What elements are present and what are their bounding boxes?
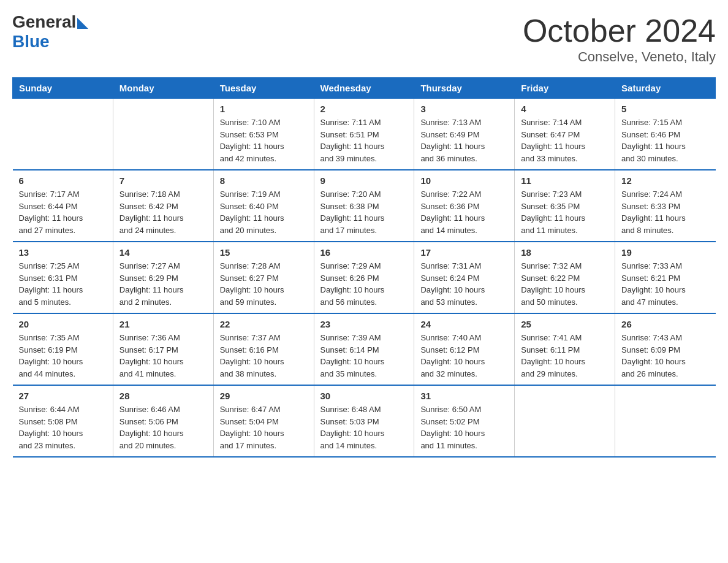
- calendar-cell: 6Sunrise: 7:17 AMSunset: 6:44 PMDaylight…: [13, 170, 113, 242]
- calendar-cell: 21Sunrise: 7:36 AMSunset: 6:17 PMDayligh…: [113, 313, 213, 385]
- calendar-cell: 4Sunrise: 7:14 AMSunset: 6:47 PMDaylight…: [515, 99, 615, 170]
- calendar-cell: 1Sunrise: 7:10 AMSunset: 6:53 PMDaylight…: [213, 99, 314, 170]
- calendar-cell: 18Sunrise: 7:32 AMSunset: 6:22 PMDayligh…: [515, 242, 615, 313]
- day-info: Sunrise: 6:50 AMSunset: 5:02 PMDaylight:…: [420, 404, 508, 451]
- calendar-cell: 9Sunrise: 7:20 AMSunset: 6:38 PMDaylight…: [314, 170, 414, 242]
- day-number: 20: [19, 319, 107, 329]
- calendar-header-saturday: Saturday: [615, 78, 716, 99]
- calendar-cell: [113, 99, 213, 170]
- calendar-cell: 17Sunrise: 7:31 AMSunset: 6:24 PMDayligh…: [414, 242, 515, 313]
- calendar-cell: 8Sunrise: 7:19 AMSunset: 6:40 PMDaylight…: [213, 170, 314, 242]
- day-info: Sunrise: 7:22 AMSunset: 6:36 PMDaylight:…: [420, 188, 508, 236]
- calendar-header-monday: Monday: [113, 78, 213, 99]
- day-number: 9: [320, 175, 408, 186]
- logo-triangle-icon: [77, 18, 88, 29]
- day-number: 24: [420, 319, 508, 329]
- day-number: 4: [521, 104, 609, 114]
- month-title: October 2024: [523, 12, 716, 49]
- calendar-header-tuesday: Tuesday: [213, 78, 314, 99]
- day-info: Sunrise: 7:33 AMSunset: 6:21 PMDaylight:…: [621, 260, 709, 308]
- day-info: Sunrise: 7:13 AMSunset: 6:49 PMDaylight:…: [420, 117, 508, 164]
- day-number: 14: [119, 247, 207, 258]
- day-number: 15: [220, 247, 308, 258]
- calendar-cell: 28Sunrise: 6:46 AMSunset: 5:06 PMDayligh…: [113, 385, 213, 457]
- calendar-cell: 20Sunrise: 7:35 AMSunset: 6:19 PMDayligh…: [13, 313, 113, 385]
- day-number: 25: [521, 319, 609, 329]
- day-info: Sunrise: 7:41 AMSunset: 6:11 PMDaylight:…: [521, 332, 609, 380]
- day-number: 12: [621, 175, 709, 186]
- calendar-header-wednesday: Wednesday: [314, 78, 414, 99]
- day-number: 21: [119, 319, 207, 329]
- day-number: 19: [621, 247, 709, 258]
- day-info: Sunrise: 7:17 AMSunset: 6:44 PMDaylight:…: [19, 188, 107, 236]
- day-number: 3: [420, 104, 508, 114]
- day-number: 10: [420, 175, 508, 186]
- calendar-week-row: 6Sunrise: 7:17 AMSunset: 6:44 PMDaylight…: [13, 170, 716, 242]
- day-number: 7: [119, 175, 207, 186]
- calendar-cell: [615, 385, 716, 457]
- day-number: 23: [320, 319, 408, 329]
- day-number: 18: [521, 247, 609, 258]
- calendar-week-row: 1Sunrise: 7:10 AMSunset: 6:53 PMDaylight…: [13, 99, 716, 170]
- day-info: Sunrise: 7:23 AMSunset: 6:35 PMDaylight:…: [521, 188, 609, 236]
- logo: General Blue: [12, 12, 88, 52]
- day-number: 11: [521, 175, 609, 186]
- calendar-cell: 13Sunrise: 7:25 AMSunset: 6:31 PMDayligh…: [13, 242, 113, 313]
- day-info: Sunrise: 7:40 AMSunset: 6:12 PMDaylight:…: [420, 332, 508, 380]
- day-info: Sunrise: 7:24 AMSunset: 6:33 PMDaylight:…: [621, 188, 709, 236]
- day-number: 1: [220, 104, 308, 114]
- page-header: General Blue October 2024 Conselve, Vene…: [12, 12, 716, 65]
- calendar-cell: 19Sunrise: 7:33 AMSunset: 6:21 PMDayligh…: [615, 242, 716, 313]
- calendar-cell: 24Sunrise: 7:40 AMSunset: 6:12 PMDayligh…: [414, 313, 515, 385]
- calendar-week-row: 27Sunrise: 6:44 AMSunset: 5:08 PMDayligh…: [13, 385, 716, 457]
- calendar-cell: 27Sunrise: 6:44 AMSunset: 5:08 PMDayligh…: [13, 385, 113, 457]
- calendar-cell: 11Sunrise: 7:23 AMSunset: 6:35 PMDayligh…: [515, 170, 615, 242]
- calendar-cell: 29Sunrise: 6:47 AMSunset: 5:04 PMDayligh…: [213, 385, 314, 457]
- day-number: 22: [220, 319, 308, 329]
- calendar-cell: 3Sunrise: 7:13 AMSunset: 6:49 PMDaylight…: [414, 99, 515, 170]
- logo-general-text: General: [12, 12, 76, 32]
- day-info: Sunrise: 7:36 AMSunset: 6:17 PMDaylight:…: [119, 332, 207, 380]
- day-info: Sunrise: 7:39 AMSunset: 6:14 PMDaylight:…: [320, 332, 408, 380]
- location-title: Conselve, Veneto, Italy: [523, 49, 716, 65]
- calendar-cell: 16Sunrise: 7:29 AMSunset: 6:26 PMDayligh…: [314, 242, 414, 313]
- day-info: Sunrise: 7:14 AMSunset: 6:47 PMDaylight:…: [521, 117, 609, 164]
- day-number: 6: [19, 175, 107, 186]
- calendar-week-row: 13Sunrise: 7:25 AMSunset: 6:31 PMDayligh…: [13, 242, 716, 313]
- day-number: 8: [220, 175, 308, 186]
- day-info: Sunrise: 7:11 AMSunset: 6:51 PMDaylight:…: [320, 117, 408, 164]
- day-info: Sunrise: 6:48 AMSunset: 5:03 PMDaylight:…: [320, 404, 408, 451]
- calendar-cell: 7Sunrise: 7:18 AMSunset: 6:42 PMDaylight…: [113, 170, 213, 242]
- day-number: 29: [220, 391, 308, 401]
- day-info: Sunrise: 7:29 AMSunset: 6:26 PMDaylight:…: [320, 260, 408, 308]
- calendar-cell: 31Sunrise: 6:50 AMSunset: 5:02 PMDayligh…: [414, 385, 515, 457]
- day-number: 2: [320, 104, 408, 114]
- logo-blue-text: Blue: [12, 32, 88, 52]
- day-number: 13: [19, 247, 107, 258]
- calendar-cell: [515, 385, 615, 457]
- day-info: Sunrise: 7:27 AMSunset: 6:29 PMDaylight:…: [119, 260, 207, 308]
- day-info: Sunrise: 6:44 AMSunset: 5:08 PMDaylight:…: [19, 404, 107, 451]
- calendar-table: SundayMondayTuesdayWednesdayThursdayFrid…: [12, 77, 716, 458]
- calendar-cell: 25Sunrise: 7:41 AMSunset: 6:11 PMDayligh…: [515, 313, 615, 385]
- calendar-header-sunday: Sunday: [13, 78, 113, 99]
- calendar-week-row: 20Sunrise: 7:35 AMSunset: 6:19 PMDayligh…: [13, 313, 716, 385]
- day-info: Sunrise: 7:19 AMSunset: 6:40 PMDaylight:…: [220, 188, 308, 236]
- calendar-cell: 22Sunrise: 7:37 AMSunset: 6:16 PMDayligh…: [213, 313, 314, 385]
- day-info: Sunrise: 7:15 AMSunset: 6:46 PMDaylight:…: [621, 117, 709, 164]
- day-info: Sunrise: 7:35 AMSunset: 6:19 PMDaylight:…: [19, 332, 107, 380]
- calendar-cell: 30Sunrise: 6:48 AMSunset: 5:03 PMDayligh…: [314, 385, 414, 457]
- calendar-cell: 5Sunrise: 7:15 AMSunset: 6:46 PMDaylight…: [615, 99, 716, 170]
- calendar-cell: 10Sunrise: 7:22 AMSunset: 6:36 PMDayligh…: [414, 170, 515, 242]
- day-info: Sunrise: 6:46 AMSunset: 5:06 PMDaylight:…: [119, 404, 207, 451]
- calendar-cell: 23Sunrise: 7:39 AMSunset: 6:14 PMDayligh…: [314, 313, 414, 385]
- calendar-header-thursday: Thursday: [414, 78, 515, 99]
- day-number: 27: [19, 391, 107, 401]
- day-info: Sunrise: 7:18 AMSunset: 6:42 PMDaylight:…: [119, 188, 207, 236]
- day-number: 17: [420, 247, 508, 258]
- calendar-cell: 15Sunrise: 7:28 AMSunset: 6:27 PMDayligh…: [213, 242, 314, 313]
- calendar-header-row: SundayMondayTuesdayWednesdayThursdayFrid…: [13, 78, 716, 99]
- calendar-cell: [13, 99, 113, 170]
- day-number: 5: [621, 104, 709, 114]
- day-info: Sunrise: 7:32 AMSunset: 6:22 PMDaylight:…: [521, 260, 609, 308]
